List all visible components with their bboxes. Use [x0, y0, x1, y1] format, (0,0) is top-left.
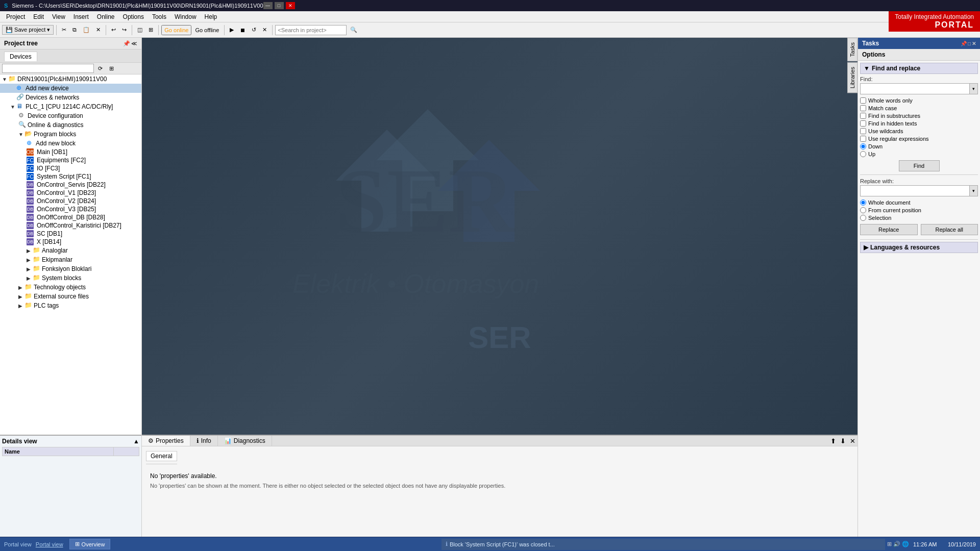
toolbar-btn-2[interactable]: ⊞ — [146, 25, 156, 35]
delete-button[interactable]: ✕ — [93, 25, 103, 35]
general-tab[interactable]: General — [146, 450, 177, 464]
tree-devices-networks[interactable]: 🔗 Devices & networks — [0, 93, 141, 102]
menu-view[interactable]: View — [48, 12, 69, 21]
go-online-button[interactable]: Go online — [161, 25, 191, 35]
tree-db25[interactable]: DB OnControl_V3 [DB25] — [0, 205, 141, 213]
bottom-panel-expand-button[interactable]: ⬆ — [828, 436, 838, 446]
toolbar-btn-4[interactable]: ⏹ — [237, 26, 248, 35]
tree-db25-label: OnControl_V3 [DB25] — [37, 206, 96, 213]
tree-add-device[interactable]: ⊕ Add new device — [0, 84, 141, 93]
tab-properties[interactable]: ⚙ Properties — [142, 436, 190, 446]
find-dropdown-button[interactable]: ▾ — [969, 84, 977, 94]
copy-button[interactable]: ⧉ — [70, 25, 79, 35]
search-in-project-input[interactable] — [275, 25, 347, 35]
replace-all-button[interactable]: Replace all — [921, 224, 978, 235]
direction-down-radio[interactable] — [860, 143, 866, 149]
tree-db1[interactable]: DB SC [DB1] — [0, 230, 141, 238]
tree-external-files[interactable]: ▶ 📁 External source files — [0, 292, 141, 301]
maximize-button[interactable]: □ — [275, 2, 284, 9]
find-input[interactable] — [861, 84, 969, 94]
close-button[interactable]: ✕ — [286, 2, 295, 9]
tree-plc1[interactable]: ▼ 🖥 PLC_1 [CPU 1214C AC/DC/Rly] — [0, 102, 141, 111]
tree-add-block[interactable]: ⊕ Add new block — [0, 139, 141, 148]
redo-button[interactable]: ↪ — [119, 25, 129, 35]
menu-project[interactable]: Project — [2, 12, 29, 21]
search-button[interactable]: 🔍 — [348, 25, 360, 35]
tree-system-script[interactable]: FC System Script [FC1] — [0, 172, 141, 181]
tree-grid-button[interactable]: ⊞ — [106, 64, 116, 73]
tree-search-input[interactable] — [2, 64, 94, 73]
tree-fonksiyon[interactable]: ▶ 📁 Fonksiyon Bloklari — [0, 264, 141, 273]
tree-equipments-fc2[interactable]: FC Equipments [FC2] — [0, 156, 141, 164]
bottom-panel-close-button[interactable]: ✕ — [848, 436, 857, 446]
libraries-vertical-tab[interactable]: Libraries — [847, 62, 857, 93]
tree-content[interactable]: ▼ 📁 DRN19001(Plc&HMI)190911V00 ⊕ Add new… — [0, 74, 141, 435]
tree-pin-button[interactable]: 📌 — [123, 40, 130, 47]
wildcards-checkbox[interactable] — [860, 128, 866, 134]
paste-button[interactable]: 📋 — [80, 25, 92, 35]
tree-db14[interactable]: DB X [DB14] — [0, 238, 141, 246]
tree-db23[interactable]: DB OnControl_V1 [DB23] — [0, 189, 141, 197]
replace-dropdown-button[interactable]: ▾ — [969, 186, 977, 196]
tree-db28[interactable]: DB OnOffControl_DB [DB28] — [0, 213, 141, 221]
toolbar-btn-3[interactable]: ▶ — [227, 25, 236, 35]
menu-tools[interactable]: Tools — [148, 12, 170, 21]
tree-analoglar[interactable]: ▶ 📁 Analoglar — [0, 246, 141, 255]
devices-tab[interactable]: Devices — [4, 52, 37, 61]
tasks-close-icon[interactable]: ✕ — [972, 41, 976, 46]
menu-window[interactable]: Window — [170, 12, 201, 21]
tree-tech-objects[interactable]: ▶ 📁 Technology objects — [0, 283, 141, 292]
tasks-maximize-icon[interactable]: □ — [968, 41, 971, 46]
find-button[interactable]: Find — [899, 160, 940, 171]
cut-button[interactable]: ✂ — [59, 25, 69, 35]
tree-plc-tags[interactable]: ▶ 📁 PLC tags — [0, 301, 141, 310]
tree-io-fc3[interactable]: FC IO [FC3] — [0, 164, 141, 172]
minimize-button[interactable]: — — [263, 2, 273, 9]
find-replace-header[interactable]: ▼ Find and replace — [860, 63, 978, 74]
tree-root-node[interactable]: ▼ 📁 DRN19001(Plc&HMI)190911V00 — [0, 74, 141, 84]
direction-up-radio[interactable] — [860, 151, 866, 157]
match-case-checkbox[interactable] — [860, 105, 866, 111]
scope-selection-radio[interactable] — [860, 215, 866, 221]
tasks-pin-icon[interactable]: 📌 — [961, 41, 967, 46]
tree-ekipmanlar[interactable]: ▶ 📁 Ekipmanlar — [0, 255, 141, 264]
bottom-panel-collapse-button[interactable]: ⬇ — [838, 436, 848, 446]
menu-edit[interactable]: Edit — [29, 12, 48, 21]
menu-insert[interactable]: Insert — [69, 12, 93, 21]
menu-help[interactable]: Help — [201, 12, 222, 21]
toolbar-btn-6[interactable]: ✕ — [260, 25, 270, 35]
details-view-header[interactable]: Details view ▲ — [2, 438, 139, 445]
tasks-vertical-tab[interactable]: Tasks — [847, 38, 857, 61]
tree-program-blocks[interactable]: ▼ 📂 Program blocks — [0, 130, 141, 139]
replace-input[interactable] — [861, 186, 969, 196]
find-hidden-checkbox[interactable] — [860, 120, 866, 127]
portal-view-text[interactable]: Portal view — [36, 541, 63, 547]
tab-info[interactable]: ℹ Info — [190, 436, 218, 446]
tree-device-config[interactable]: ⚙ Device configuration — [0, 111, 141, 120]
replace-button[interactable]: Replace — [860, 224, 918, 235]
whole-words-checkbox[interactable] — [860, 97, 866, 104]
canvas-area[interactable]: SER Elektrik • Otomasyon SER — [142, 38, 857, 435]
tree-db24[interactable]: DB OnControl_V2 [DB24] — [0, 197, 141, 205]
tree-main-ob1[interactable]: OB Main [OB1] — [0, 148, 141, 156]
tree-system-blocks[interactable]: ▶ 📁 System blocks — [0, 273, 141, 283]
regex-checkbox[interactable] — [860, 136, 866, 142]
toolbar-btn-1[interactable]: ◫ — [135, 25, 145, 35]
find-substructures-checkbox[interactable] — [860, 113, 866, 119]
scope-current-pos-radio[interactable] — [860, 207, 866, 213]
tree-refresh-button[interactable]: ⟳ — [95, 64, 105, 73]
save-project-button[interactable]: 💾 Save project ▾ — [2, 25, 54, 35]
menu-online[interactable]: Online — [93, 12, 119, 21]
tree-db27[interactable]: DB OnOffControl_Karistirici [DB27] — [0, 221, 141, 230]
overview-tab[interactable]: ⊞ Overview — [69, 539, 111, 549]
go-offline-button[interactable]: Go offline — [192, 26, 222, 35]
menu-options[interactable]: Options — [119, 12, 148, 21]
scope-whole-doc-radio[interactable] — [860, 199, 866, 206]
tab-diagnostics[interactable]: 📊 Diagnostics — [218, 436, 272, 446]
languages-resources-header[interactable]: ▶ Languages & resources — [860, 242, 978, 253]
tree-expand-button[interactable]: ≪ — [131, 40, 137, 47]
tree-db22[interactable]: DB OnControl_Servis [DB22] — [0, 181, 141, 189]
tree-online-diag[interactable]: 🔍 Online & diagnostics — [0, 120, 141, 130]
toolbar-btn-5[interactable]: ↺ — [249, 25, 259, 35]
undo-button[interactable]: ↩ — [109, 25, 118, 35]
